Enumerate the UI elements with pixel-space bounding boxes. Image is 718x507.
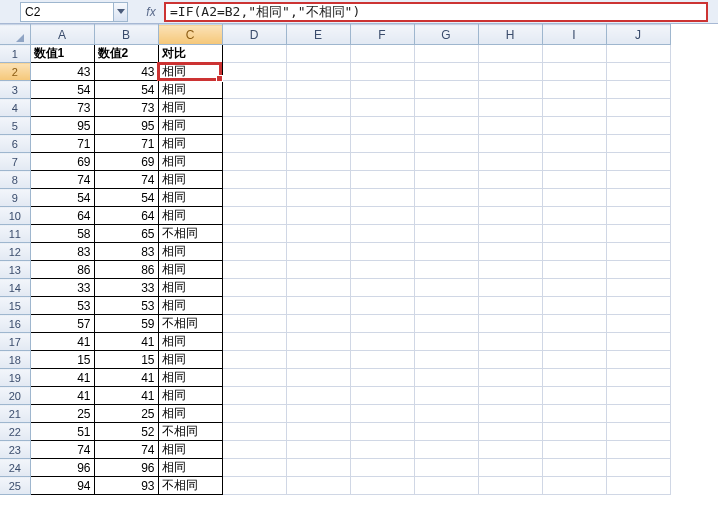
cell-B3[interactable]: 54 (94, 81, 158, 99)
cell-D9[interactable] (222, 189, 286, 207)
cell-J2[interactable] (606, 63, 670, 81)
cell-E12[interactable] (286, 243, 350, 261)
cell-H7[interactable] (478, 153, 542, 171)
col-header-H[interactable]: H (478, 25, 542, 45)
cell-G19[interactable] (414, 369, 478, 387)
cell-H11[interactable] (478, 225, 542, 243)
cell-C9[interactable]: 相同 (158, 189, 222, 207)
row-header-17[interactable]: 17 (0, 333, 30, 351)
col-header-J[interactable]: J (606, 25, 670, 45)
cell-C8[interactable]: 相同 (158, 171, 222, 189)
cell-C5[interactable]: 相同 (158, 117, 222, 135)
cell-G6[interactable] (414, 135, 478, 153)
cell-E6[interactable] (286, 135, 350, 153)
cell-B15[interactable]: 53 (94, 297, 158, 315)
cell-H2[interactable] (478, 63, 542, 81)
cell-E14[interactable] (286, 279, 350, 297)
cell-B16[interactable]: 59 (94, 315, 158, 333)
cell-J1[interactable] (606, 45, 670, 63)
cell-J11[interactable] (606, 225, 670, 243)
cell-A1[interactable]: 数值1 (30, 45, 94, 63)
row-header-2[interactable]: 2 (0, 63, 30, 81)
col-header-C[interactable]: C (158, 25, 222, 45)
cell-H6[interactable] (478, 135, 542, 153)
cell-H14[interactable] (478, 279, 542, 297)
cell-F4[interactable] (350, 99, 414, 117)
cell-B9[interactable]: 54 (94, 189, 158, 207)
row-header-13[interactable]: 13 (0, 261, 30, 279)
cell-B8[interactable]: 74 (94, 171, 158, 189)
cell-H9[interactable] (478, 189, 542, 207)
cell-G3[interactable] (414, 81, 478, 99)
cell-H23[interactable] (478, 441, 542, 459)
col-header-I[interactable]: I (542, 25, 606, 45)
cell-C25[interactable]: 不相同 (158, 477, 222, 495)
col-header-G[interactable]: G (414, 25, 478, 45)
cell-H25[interactable] (478, 477, 542, 495)
cell-F22[interactable] (350, 423, 414, 441)
cell-D24[interactable] (222, 459, 286, 477)
cell-A16[interactable]: 57 (30, 315, 94, 333)
cell-D22[interactable] (222, 423, 286, 441)
cell-A12[interactable]: 83 (30, 243, 94, 261)
name-box-dropdown[interactable] (113, 3, 127, 21)
cell-E17[interactable] (286, 333, 350, 351)
cell-F16[interactable] (350, 315, 414, 333)
cell-G25[interactable] (414, 477, 478, 495)
cell-G24[interactable] (414, 459, 478, 477)
cell-E10[interactable] (286, 207, 350, 225)
cell-A6[interactable]: 71 (30, 135, 94, 153)
cell-G5[interactable] (414, 117, 478, 135)
cell-J5[interactable] (606, 117, 670, 135)
cell-E13[interactable] (286, 261, 350, 279)
cell-D15[interactable] (222, 297, 286, 315)
cell-B11[interactable]: 65 (94, 225, 158, 243)
cell-C4[interactable]: 相同 (158, 99, 222, 117)
cell-D18[interactable] (222, 351, 286, 369)
cell-J22[interactable] (606, 423, 670, 441)
cell-E9[interactable] (286, 189, 350, 207)
cell-B1[interactable]: 数值2 (94, 45, 158, 63)
cell-G11[interactable] (414, 225, 478, 243)
cell-I1[interactable] (542, 45, 606, 63)
cell-I13[interactable] (542, 261, 606, 279)
cell-I25[interactable] (542, 477, 606, 495)
cell-C18[interactable]: 相同 (158, 351, 222, 369)
row-header-1[interactable]: 1 (0, 45, 30, 63)
cell-B6[interactable]: 71 (94, 135, 158, 153)
cell-J21[interactable] (606, 405, 670, 423)
cell-D12[interactable] (222, 243, 286, 261)
cell-A9[interactable]: 54 (30, 189, 94, 207)
cell-C23[interactable]: 相同 (158, 441, 222, 459)
cell-G20[interactable] (414, 387, 478, 405)
row-header-4[interactable]: 4 (0, 99, 30, 117)
cell-E4[interactable] (286, 99, 350, 117)
cell-J15[interactable] (606, 297, 670, 315)
cell-F21[interactable] (350, 405, 414, 423)
cell-I2[interactable] (542, 63, 606, 81)
cell-D21[interactable] (222, 405, 286, 423)
cell-G8[interactable] (414, 171, 478, 189)
cell-D25[interactable] (222, 477, 286, 495)
cell-E25[interactable] (286, 477, 350, 495)
cell-H16[interactable] (478, 315, 542, 333)
cell-G13[interactable] (414, 261, 478, 279)
cell-I22[interactable] (542, 423, 606, 441)
cell-D5[interactable] (222, 117, 286, 135)
row-header-9[interactable]: 9 (0, 189, 30, 207)
cell-B12[interactable]: 83 (94, 243, 158, 261)
cell-A14[interactable]: 33 (30, 279, 94, 297)
cell-J18[interactable] (606, 351, 670, 369)
cell-I8[interactable] (542, 171, 606, 189)
row-header-21[interactable]: 21 (0, 405, 30, 423)
cell-C14[interactable]: 相同 (158, 279, 222, 297)
row-header-14[interactable]: 14 (0, 279, 30, 297)
cell-J16[interactable] (606, 315, 670, 333)
cell-E24[interactable] (286, 459, 350, 477)
cell-H8[interactable] (478, 171, 542, 189)
cell-G2[interactable] (414, 63, 478, 81)
row-header-16[interactable]: 16 (0, 315, 30, 333)
cell-D11[interactable] (222, 225, 286, 243)
cell-I17[interactable] (542, 333, 606, 351)
cell-F3[interactable] (350, 81, 414, 99)
